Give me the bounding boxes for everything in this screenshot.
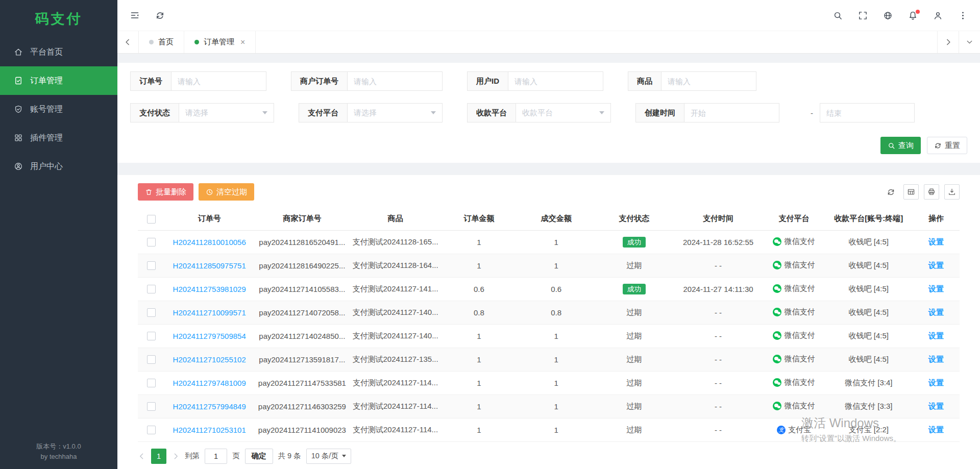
order-no-input[interactable] — [172, 71, 266, 91]
app-root: 码支付 平台首页 订单管理 账号管理 — [0, 0, 980, 469]
total-count: 共 9 条 — [278, 451, 301, 461]
row-setting-link[interactable]: 设置 — [928, 355, 944, 363]
row-checkbox[interactable] — [147, 355, 156, 364]
search-icon[interactable] — [833, 11, 843, 20]
row-setting-link[interactable]: 设置 — [928, 425, 944, 434]
sidebar-item-home[interactable]: 平台首页 — [0, 38, 117, 66]
row-checkbox[interactable] — [147, 261, 156, 270]
row-checkbox[interactable] — [147, 426, 156, 434]
date-end-input[interactable] — [820, 103, 915, 122]
status-badge: 过期 — [626, 261, 642, 269]
merchant-no-input[interactable] — [348, 71, 443, 91]
search-button[interactable]: 查询 — [880, 137, 921, 154]
table-header-row: 订单号 商家订单号 商品 订单金额 成交金额 支付状态 支付时间 支付平台 收款… — [138, 208, 960, 230]
order-no-link[interactable]: H2024112797481009 — [173, 379, 246, 387]
order-no-link[interactable]: H2024112710255102 — [173, 355, 246, 364]
notification-icon[interactable] — [908, 11, 918, 20]
platform-label: 微信支付 — [784, 354, 815, 364]
search-button-label: 查询 — [898, 141, 914, 151]
platform-icon — [773, 237, 781, 246]
collapse-sidebar-icon[interactable] — [130, 10, 140, 20]
filter-pay-platform: 支付平台 请选择 — [299, 103, 443, 122]
pay-time-cell: 2024-11-27 14:11:30 — [673, 277, 763, 301]
amount-cell: 0.6 — [440, 277, 518, 301]
row-setting-link[interactable]: 设置 — [928, 237, 944, 246]
amount-cell: 1 — [440, 394, 518, 418]
row-setting-link[interactable]: 设置 — [928, 308, 944, 316]
pay-time-cell: - - — [673, 254, 763, 277]
amount-cell: 0.8 — [440, 301, 518, 324]
export-icon[interactable] — [944, 184, 960, 200]
table-columns-icon[interactable] — [903, 184, 919, 200]
row-setting-link[interactable]: 设置 — [928, 284, 944, 293]
platform-cell: 微信支付 — [773, 284, 815, 293]
platform-label: 微信支付 — [784, 378, 815, 387]
reset-button[interactable]: 重置 — [927, 137, 967, 154]
product-cell: 支付测试20241127-114... — [351, 394, 440, 418]
tabs-scroll-left-icon[interactable] — [117, 31, 139, 53]
platform-label: 支付宝 — [788, 425, 811, 435]
row-checkbox[interactable] — [147, 308, 156, 317]
order-no-link[interactable]: H2024112757994849 — [173, 402, 246, 411]
chevron-down-icon — [599, 111, 604, 114]
receiver-cell: 微信支付 [3:4] — [825, 371, 913, 394]
row-checkbox[interactable] — [147, 238, 156, 246]
select-all-checkbox[interactable] — [147, 215, 156, 224]
filter-row-1: 订单号 商户订单号 用户ID 商品 — [130, 71, 967, 91]
user-icon[interactable] — [933, 11, 943, 20]
platform-label: 微信支付 — [784, 237, 815, 246]
order-no-link[interactable]: H2024112710099571 — [173, 308, 246, 317]
row-setting-link[interactable]: 设置 — [928, 378, 944, 387]
print-icon[interactable] — [924, 184, 939, 200]
tab-close-icon[interactable] — [240, 38, 245, 46]
order-no-link[interactable]: H2024112850975751 — [173, 261, 246, 270]
tab-home[interactable]: 首页 — [139, 31, 184, 53]
tabs-menu-icon[interactable] — [959, 31, 980, 53]
order-no-link[interactable]: H2024112753981029 — [173, 285, 246, 293]
page-number[interactable]: 1 — [151, 449, 166, 464]
sidebar-item-orders[interactable]: 订单管理 — [0, 66, 117, 95]
jump-confirm-button[interactable]: 确定 — [245, 449, 273, 464]
order-no-link[interactable]: H2024112810010056 — [173, 238, 246, 246]
sidebar-item-plugins[interactable]: 插件管理 — [0, 124, 117, 152]
user-id-input[interactable] — [508, 71, 603, 91]
prev-page-icon[interactable] — [138, 452, 146, 460]
pay-platform-select[interactable]: 请选择 — [348, 103, 443, 122]
row-checkbox[interactable] — [147, 379, 156, 387]
next-page-icon[interactable] — [172, 452, 180, 460]
sidebar-item-label: 平台首页 — [30, 47, 63, 58]
app-logo: 码支付 — [0, 0, 117, 38]
product-cell: 支付测试20241127-140... — [351, 324, 440, 348]
table-toolbar: 批量删除 清空过期 — [138, 183, 960, 201]
tabs-scroll-right-icon[interactable] — [937, 31, 959, 53]
sidebar-item-accounts[interactable]: 账号管理 — [0, 95, 117, 124]
more-icon[interactable] — [958, 11, 968, 20]
jump-page-input[interactable] — [205, 449, 227, 464]
col-action: 操作 — [913, 208, 960, 230]
sidebar-item-label: 订单管理 — [30, 76, 63, 86]
row-checkbox[interactable] — [147, 285, 156, 293]
date-start-input[interactable] — [684, 103, 779, 122]
sidebar: 码支付 平台首页 订单管理 账号管理 — [0, 0, 117, 469]
row-checkbox[interactable] — [147, 332, 156, 340]
language-icon[interactable] — [883, 11, 893, 20]
sidebar-item-user-center[interactable]: 用户中心 — [0, 152, 117, 181]
table-refresh-icon[interactable] — [883, 184, 898, 200]
tab-orders[interactable]: 订单管理 — [184, 31, 256, 53]
page-size-select[interactable]: 10 条/页 — [306, 449, 351, 464]
product-input[interactable] — [662, 71, 756, 91]
row-setting-link[interactable]: 设置 — [928, 402, 944, 410]
pay-status-select[interactable]: 请选择 — [179, 103, 274, 122]
refresh-page-icon[interactable] — [155, 11, 165, 20]
row-checkbox[interactable] — [147, 402, 156, 411]
row-setting-link[interactable]: 设置 — [928, 261, 944, 269]
clear-expired-button[interactable]: 清空过期 — [199, 183, 254, 201]
fullscreen-icon[interactable] — [858, 11, 868, 20]
order-no-link[interactable]: H2024112797509854 — [173, 332, 246, 340]
batch-delete-button[interactable]: 批量删除 — [138, 183, 193, 201]
paid-cell: 1 — [518, 394, 595, 418]
order-no-link[interactable]: H2024112710253101 — [173, 426, 246, 434]
filter-label: 创建时间 — [635, 103, 684, 122]
row-setting-link[interactable]: 设置 — [928, 331, 944, 340]
receive-platform-select[interactable]: 收款平台 — [516, 103, 611, 122]
